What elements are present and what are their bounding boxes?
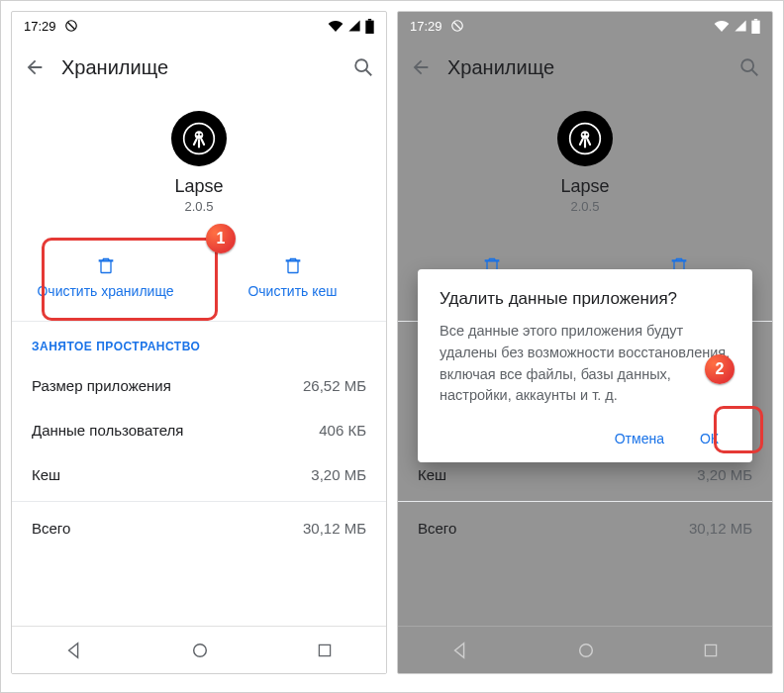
svg-rect-3: [365, 20, 373, 33]
row-total: Всего 30,12 МБ: [398, 506, 772, 550]
svg-line-17: [752, 70, 758, 76]
action-row: Очистить хранилище Очистить кеш: [12, 238, 386, 322]
page-title: Хранилище: [61, 56, 337, 79]
phone-right: 17:29 Хранилище: [397, 11, 773, 674]
search-icon[interactable]: [352, 56, 374, 78]
row-value: 26,52 МБ: [303, 377, 366, 394]
dnd-icon: [450, 19, 464, 33]
wifi-icon: [714, 19, 730, 33]
trash-icon: [96, 255, 116, 275]
nav-home-icon[interactable]: [577, 642, 595, 659]
search-icon[interactable]: [738, 56, 760, 78]
row-label: Размер приложения: [32, 377, 171, 394]
dialog-actions: Отмена ОК: [440, 407, 731, 454]
ok-button[interactable]: ОК: [688, 423, 731, 454]
status-time: 17:29: [24, 19, 56, 34]
status-bar: 17:29: [398, 12, 772, 40]
status-bar: 17:29: [12, 12, 386, 40]
svg-point-19: [581, 131, 590, 140]
svg-line-5: [366, 70, 372, 76]
back-icon[interactable]: [410, 56, 432, 78]
row-total: Всего 30,12 МБ: [12, 506, 386, 550]
app-name: Lapse: [398, 176, 772, 197]
svg-point-8: [196, 134, 198, 136]
svg-rect-23: [705, 644, 716, 655]
row-label: Данные пользователя: [32, 422, 183, 439]
svg-point-9: [200, 134, 202, 136]
svg-rect-11: [319, 644, 330, 655]
phone-left: 17:29 Хранилище: [11, 11, 387, 674]
svg-point-10: [194, 644, 207, 656]
dialog-body: Все данные этого приложения будут удален…: [440, 321, 731, 407]
row-value: 30,12 МБ: [303, 520, 366, 537]
app-header: Lapse 2.0.5: [398, 95, 772, 222]
app-header: Lapse 2.0.5: [12, 95, 386, 222]
svg-line-1: [67, 23, 74, 30]
svg-line-13: [453, 23, 460, 30]
svg-rect-14: [754, 19, 757, 21]
battery-icon: [365, 19, 374, 34]
row-value: 3,20 МБ: [697, 466, 752, 483]
row-value: 30,12 МБ: [689, 520, 752, 537]
confirm-dialog: Удалить данные приложения? Все данные эт…: [418, 269, 752, 462]
row-app-size: Размер приложения 26,52 МБ: [12, 363, 386, 408]
cancel-button[interactable]: Отмена: [603, 423, 676, 454]
app-name: Lapse: [12, 176, 386, 197]
page-title: Хранилище: [447, 56, 723, 79]
app-icon: [557, 111, 613, 166]
row-label: Всего: [418, 520, 456, 537]
row-user-data: Данные пользователя 406 КБ: [12, 408, 386, 452]
svg-point-7: [195, 131, 204, 140]
wifi-icon: [328, 19, 343, 33]
svg-point-16: [741, 59, 753, 71]
clear-cache-label: Очистить кеш: [247, 283, 337, 299]
row-value: 406 КБ: [319, 422, 366, 439]
row-value: 3,20 МБ: [311, 466, 366, 483]
row-label: Всего: [32, 520, 70, 537]
dnd-icon: [64, 19, 78, 33]
app-bar: Хранилище: [12, 40, 386, 95]
callout-badge-1: 1: [206, 224, 236, 253]
stage: 17:29 Хранилище: [0, 0, 784, 693]
nav-recent-icon[interactable]: [703, 643, 719, 658]
nav-back-icon[interactable]: [451, 642, 469, 659]
row-cache: Кеш 3,20 МБ: [12, 452, 386, 497]
divider: [12, 501, 386, 502]
nav-recent-icon[interactable]: [317, 643, 333, 658]
divider: [398, 501, 772, 502]
callout-badge-2: 2: [705, 354, 735, 384]
row-label: Кеш: [32, 466, 60, 483]
svg-rect-15: [751, 20, 759, 33]
trash-icon: [283, 255, 303, 275]
svg-point-21: [586, 134, 588, 136]
clear-storage-label: Очистить хранилище: [37, 283, 173, 299]
svg-point-22: [580, 644, 593, 656]
nav-back-icon[interactable]: [65, 642, 83, 659]
signal-icon: [347, 19, 361, 33]
status-time: 17:29: [410, 19, 442, 34]
nav-bar: [398, 626, 772, 673]
signal-icon: [734, 19, 747, 33]
battery-icon: [751, 19, 760, 34]
clear-storage-button[interactable]: Очистить хранилище: [12, 238, 199, 321]
back-icon[interactable]: [24, 56, 46, 78]
app-bar: Хранилище: [398, 40, 772, 95]
svg-point-4: [355, 59, 367, 71]
section-header: ЗАНЯТОЕ ПРОСТРАНСТВО: [12, 322, 386, 363]
row-label: Кеш: [418, 466, 446, 483]
app-icon: [171, 111, 227, 166]
app-version: 2.0.5: [398, 199, 772, 214]
svg-rect-2: [368, 19, 371, 21]
app-version: 2.0.5: [12, 199, 386, 214]
content: Lapse 2.0.5 Очистить хранилище Очистить …: [12, 95, 386, 626]
svg-point-20: [582, 134, 584, 136]
dialog-title: Удалить данные приложения?: [440, 289, 731, 309]
nav-home-icon[interactable]: [191, 642, 209, 659]
nav-bar: [12, 626, 386, 673]
